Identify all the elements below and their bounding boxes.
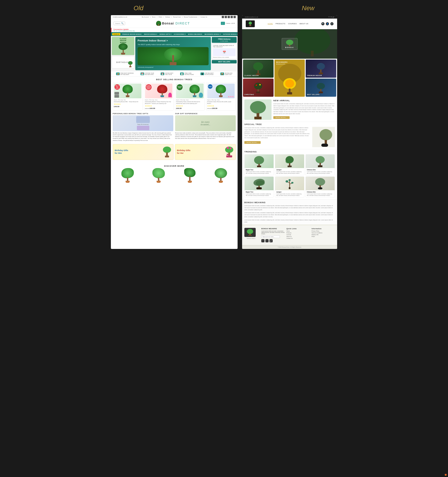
nav-link-courses[interactable]: COURSES <box>288 23 297 25</box>
birthdays-box[interactable]: BIRTHDAYS <box>112 56 134 68</box>
special-tree-btn[interactable]: MORE DETAIL... <box>244 141 261 144</box>
product-card-3[interactable]: Amazing Value! Approx. 34cm Age: 12yrs O… <box>175 83 205 110</box>
footer-faqs[interactable]: FAQ's <box>312 236 335 237</box>
footer-link-contact[interactable]: Contact Us <box>286 238 310 239</box>
svg-point-49 <box>320 129 332 140</box>
product-card-1[interactable]: Offer of the month Approx. 28cm Age: 8yr… <box>113 83 143 110</box>
footer-subscribe-input[interactable] <box>261 235 280 238</box>
svg-point-3 <box>128 61 133 65</box>
trending-item-2[interactable]: Juniper Lorem ipsum dolor sit amet, cons… <box>275 154 304 175</box>
hero-right-column: FREE Delivery to most areas CHOOSE YOUR … <box>212 37 237 70</box>
new-in-icon[interactable]: in <box>331 16 332 18</box>
twitter-icon[interactable]: t <box>225 16 227 18</box>
arrival-more-btn[interactable]: MORE DETAIL... <box>273 116 290 119</box>
svg-rect-13 <box>226 155 232 157</box>
trending-item-5[interactable]: Juniper Lorem ipsum dolor sit amet, cons… <box>275 176 304 197</box>
nav-link-about[interactable]: ABOUT US <box>299 23 308 25</box>
svg-rect-34 <box>319 72 323 74</box>
trending-item-3[interactable]: Chinese Elm Lorem ipsum dolor sit amet, … <box>305 154 335 175</box>
nav-item-premium-indoor[interactable]: PREMIUM INDOOR BONSAI <box>121 32 143 36</box>
footer-fb-icon[interactable]: f <box>261 239 264 242</box>
best-sellers-badge[interactable]: BEST SELLERS <box>212 60 237 63</box>
discover-item-1[interactable] <box>113 168 143 183</box>
nav-item-beginners[interactable]: BEGINNERS BONSAI ▾ <box>204 32 222 36</box>
meaning-text-1: Lorem ipsum dolor sit amet, consetetur s… <box>244 205 335 211</box>
new-tw-icon[interactable]: t <box>330 16 330 18</box>
free-delivery-box[interactable]: FREE Delivery to most areas <box>212 37 237 43</box>
trending-info-3: Chinese Elm Lorem ipsum dolor sit amet, … <box>306 168 335 175</box>
user-nav-icon[interactable]: 👤 <box>326 22 329 25</box>
special-tree-image <box>312 127 335 147</box>
nav-item-accessories[interactable]: ACCESSORIES ▾ <box>173 32 187 36</box>
footer-terms[interactable]: Terms & Conditions <box>312 232 335 233</box>
trending-item-4[interactable]: Maple Tree Lorem ipsum dolor sit amet, c… <box>244 176 274 197</box>
product-card-2[interactable]: Large Flowering Amazing Value! Approx. 3… <box>144 83 174 110</box>
discover-item-2[interactable] <box>144 168 174 183</box>
delivery-text-2: CHOOSE YOURDELIVER DATE <box>145 72 154 75</box>
footer-link-home[interactable]: Home <box>286 230 310 232</box>
discover-item-4[interactable]: 🎁 <box>206 168 236 183</box>
bonsai-canopy <box>119 43 128 50</box>
product-badge-3: Amazing Value! <box>177 84 183 90</box>
youtube-icon[interactable]: y <box>233 16 236 18</box>
cart-icon[interactable]: 🛒 <box>221 22 225 25</box>
svg-rect-41 <box>320 89 321 92</box>
search-nav-icon[interactable]: 🔍 <box>321 22 325 25</box>
cat-premium[interactable]: PREMIUM INDOOR <box>306 60 336 78</box>
search-placeholder: Search <box>115 23 120 24</box>
instagram-icon[interactable]: i <box>228 16 230 18</box>
footer-gp-icon[interactable]: g+ <box>269 239 273 242</box>
trending-item-1[interactable]: Maple Tree Lorem ipsum dolor sit amet, c… <box>244 154 274 175</box>
footer-privacy[interactable]: Privacy Policy <box>312 230 335 232</box>
trending-section: TRENDING Maple Tree Lorem ipsum dolor si… <box>242 149 337 199</box>
calendar-delivery-icon: 📅 <box>140 72 144 75</box>
nav-item-outdoor[interactable]: OUTDOOR BONSAI ▾ <box>222 32 238 36</box>
facebook-icon[interactable]: f <box>222 16 224 18</box>
footer-link-products[interactable]: Products <box>286 232 310 233</box>
birthday-her-text: Birthday Giftsfor Her <box>177 149 191 155</box>
premium-title[interactable]: Premium Indoor Bonsai > <box>138 39 209 42</box>
nav-link-products[interactable]: PRODUCTS <box>276 23 285 25</box>
discover-item-3[interactable] <box>175 168 205 183</box>
new-fb-icon[interactable]: f <box>329 16 329 18</box>
gifts-section: PERSONALISED BONSAI TREE GIFTS Happy 5th… <box>111 111 238 143</box>
nav-link-home[interactable]: HOME <box>268 23 273 25</box>
footer-delivery[interactable]: Delivery Info <box>312 234 335 235</box>
hero-center: Premium Indoor Bonsai > The BEST quality… <box>135 37 211 70</box>
trending-item-6[interactable]: Chinese Elm Lorem ipsum dolor sit amet, … <box>305 176 335 197</box>
product-card-4[interactable]: SALE 🌸🌸🌸 Approx. 38cm Age: 10yrs Evergre… <box>206 83 236 110</box>
old-cart-area[interactable]: 🛒 0 items - £0.00 <box>221 22 235 25</box>
birthday-banner-her[interactable]: Birthday Giftsfor Her <box>175 144 236 160</box>
premium-subtitle: The BEST quality indoor bonsai with matc… <box>138 43 209 46</box>
footer-link-courses[interactable]: Courses <box>286 234 310 235</box>
old-price-4: £79.99 <box>207 108 211 109</box>
old-search-bar[interactable]: Search 🔍 <box>114 22 125 25</box>
cat-christmas[interactable]: CHRISTMAS <box>243 79 273 97</box>
old-top-bar: info@bonsaidirect.co.uk My Account | Ter… <box>111 15 238 19</box>
svg-point-73 <box>315 178 325 186</box>
svg-rect-65 <box>256 187 262 189</box>
cat-classic-indoor[interactable]: CLASSIC INDOOR <box>243 60 273 78</box>
old-label: Old <box>134 5 143 12</box>
new-logo[interactable] <box>246 20 255 27</box>
new-gp-icon[interactable]: g+ <box>333 16 334 18</box>
cat-best-sellers[interactable]: BEST SELLERS <box>306 79 336 97</box>
search-icon[interactable]: 🔍 <box>121 22 123 24</box>
old-logo[interactable]: Bonsai DIRECT <box>156 21 190 26</box>
footer-subscribe-area <box>261 235 285 238</box>
nav-item-gifts[interactable]: BONSAI GIFTS ▾ <box>159 32 173 36</box>
cat-beginners[interactable]: BEGINNERS BONSAI & KITS <box>274 60 305 97</box>
footer-logo-box[interactable] <box>244 228 256 237</box>
trending-img-juniper-1 <box>275 155 304 168</box>
classic-bonsai-box[interactable]: CLASSICINDOORBONSAI <box>112 37 134 55</box>
footer-tw-icon[interactable]: t <box>265 239 268 242</box>
pinterest-icon[interactable]: p <box>231 16 233 18</box>
calendar-box[interactable]: CHOOSE YOUR DELIVERY DATE AT THE CHECKOU… <box>212 44 237 59</box>
cart-nav-icon[interactable]: 🛒 <box>330 22 333 25</box>
nav-item-indoor[interactable]: INDOOR BONSAI ▾ <box>143 32 158 36</box>
footer-link-about[interactable]: About Us <box>286 236 310 237</box>
birthday-banner-him[interactable]: Birthday Giftsfor Him <box>113 144 174 160</box>
svg-rect-31 <box>287 92 292 95</box>
nav-item-meanings[interactable]: BONSAI MEANINGS <box>187 32 203 36</box>
svg-point-76 <box>247 229 253 234</box>
